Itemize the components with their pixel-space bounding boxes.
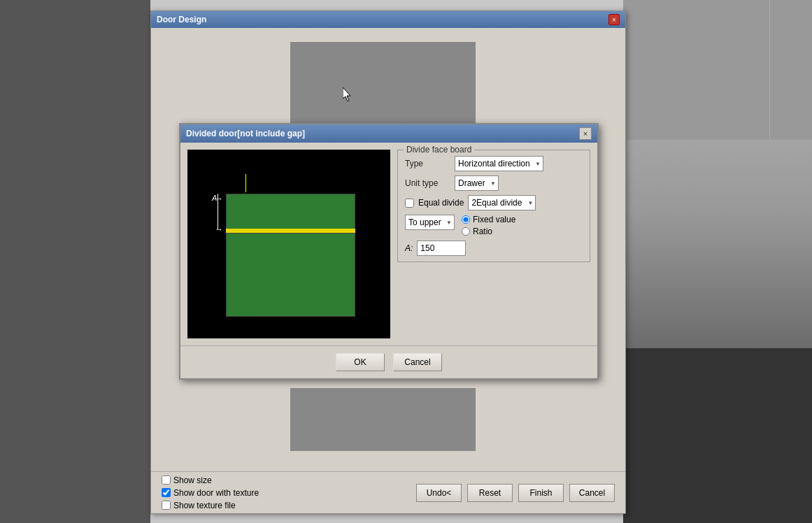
- show-size-text: Show size: [173, 475, 212, 485]
- door-design-close-button[interactable]: ×: [608, 14, 620, 25]
- equal-divide-checkbox[interactable]: [405, 199, 414, 208]
- a-value-input[interactable]: [417, 241, 466, 256]
- a-field-label: A:: [405, 243, 413, 253]
- kitchen-upper-cabinet: [623, 0, 812, 140]
- door-upper-panel: [226, 194, 355, 230]
- show-texture-file-label: Show texture file: [162, 501, 259, 510]
- divide-face-board-group: Divide face board Type Horizontal direct…: [397, 150, 590, 262]
- unit-type-select[interactable]: Drawer Door Shelf: [455, 175, 499, 191]
- door-canvas: ↓ A → →: [187, 150, 390, 338]
- dim-arrow-top: →: [215, 194, 223, 203]
- equal-divide-select[interactable]: 2Equal divide 3Equal divide 4Equal divid…: [468, 195, 536, 210]
- show-texture-file-text: Show texture file: [173, 501, 236, 510]
- divided-door-dialog: Divided door[not include gap] × ↓: [179, 123, 599, 380]
- to-upper-select-wrapper: To upper To lower To both: [405, 215, 455, 230]
- type-select[interactable]: Horizontal direction Vertical direction: [455, 156, 543, 171]
- dialog-close-button[interactable]: ×: [579, 127, 592, 140]
- undo-button[interactable]: Undo<: [416, 484, 462, 502]
- reset-button[interactable]: Reset: [467, 484, 513, 502]
- dialog-titlebar: Divided door[not include gap] ×: [180, 124, 597, 143]
- type-label: Type: [405, 159, 450, 169]
- settings-panel: Divide face board Type Horizontal direct…: [397, 150, 590, 338]
- equal-divide-label: Equal divide: [418, 198, 464, 208]
- show-size-checkbox[interactable]: [162, 475, 171, 485]
- type-select-wrapper: Horizontal direction Vertical direction: [455, 156, 543, 171]
- show-door-texture-label: Show door with texture: [162, 488, 259, 498]
- bg-door-rect-bottom: [290, 388, 476, 451]
- show-door-texture-checkbox[interactable]: [162, 488, 171, 497]
- unit-type-row: Unit type Drawer Door Shelf: [405, 175, 583, 191]
- type-row: Type Horizontal direction Vertical direc…: [405, 156, 583, 171]
- equal-divide-select-wrapper: 2Equal divide 3Equal divide 4Equal divid…: [468, 195, 536, 210]
- to-upper-select[interactable]: To upper To lower To both: [405, 215, 455, 230]
- ratio-label: Ratio: [473, 227, 492, 236]
- show-texture-file-checkbox[interactable]: [162, 501, 171, 510]
- unit-type-label: Unit type: [405, 178, 450, 188]
- show-size-label: Show size: [162, 475, 259, 485]
- fixed-value-radio[interactable]: [462, 215, 470, 224]
- ratio-radio[interactable]: [462, 227, 470, 236]
- equal-divide-row: Equal divide 2Equal divide 3Equal divide…: [405, 195, 583, 210]
- ok-button[interactable]: OK: [336, 353, 385, 371]
- kitchen-counter: [623, 348, 812, 523]
- to-upper-radio-row: To upper To lower To both Fixed value: [405, 215, 583, 236]
- door-shape-container: ↓ A → →: [226, 174, 355, 321]
- toolbar-button-row: Undo< Reset Finish Cancel: [416, 484, 615, 502]
- cabinet-divider: [769, 0, 770, 140]
- fixed-value-radio-label: Fixed value: [462, 215, 515, 224]
- fixed-value-label: Fixed value: [473, 215, 515, 224]
- checkbox-group: Show size Show door with texture Show te…: [162, 475, 259, 510]
- door-design-title: Door Design: [157, 15, 206, 24]
- value-type-radio-group: Fixed value Ratio: [462, 215, 515, 236]
- dialog-title: Divided door[not include gap]: [186, 129, 305, 138]
- a-value-row: A:: [405, 241, 583, 256]
- finish-button[interactable]: Finish: [518, 484, 564, 502]
- dim-arrow-bottom: →: [215, 224, 223, 234]
- bg-right-panel: [623, 0, 812, 523]
- bottom-toolbar: Show size Show door with texture Show te…: [151, 471, 625, 513]
- show-door-texture-text: Show door with texture: [173, 488, 259, 498]
- dialog-button-row: OK Cancel: [180, 345, 597, 378]
- group-title: Divide face board: [404, 145, 474, 155]
- bg-door-rect-top: [290, 42, 476, 126]
- door-design-titlebar: Door Design ×: [151, 11, 625, 28]
- unit-type-select-wrapper: Drawer Door Shelf: [455, 175, 499, 191]
- ratio-radio-label: Ratio: [462, 227, 515, 236]
- cancel-button[interactable]: Cancel: [393, 353, 442, 371]
- dialog-body: ↓ A → → Divide face board: [180, 143, 597, 345]
- toolbar-cancel-button[interactable]: Cancel: [569, 484, 615, 502]
- door-lower-panel: [226, 233, 355, 317]
- bg-left-panel: [0, 0, 150, 523]
